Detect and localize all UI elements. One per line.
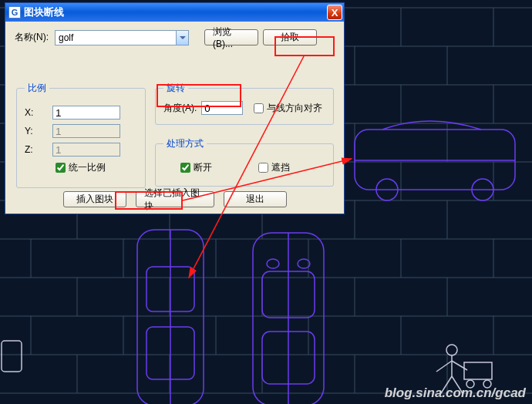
svg-rect-66 xyxy=(355,130,515,190)
svg-rect-89 xyxy=(2,341,22,372)
dialog-body: 名称(N): golf 浏览(B)... 拾取 比例 X: Y: xyxy=(5,22,344,214)
name-label: 名称(N): xyxy=(15,31,49,44)
occlude-label: 遮挡 xyxy=(271,161,290,174)
x-input[interactable] xyxy=(52,106,120,120)
browse-button[interactable]: 浏览(B)... xyxy=(204,29,258,45)
block-break-dialog: G 图块断线 X 名称(N): golf 浏览(B)... 拾取 比例 X: xyxy=(5,2,345,214)
dialog-title: 图块断线 xyxy=(24,5,327,19)
svg-point-80 xyxy=(446,345,457,355)
close-icon: X xyxy=(332,7,338,19)
angle-input[interactable] xyxy=(201,101,243,115)
watermark: blog.sina.com.cn/gcad xyxy=(385,385,526,401)
process-legend: 处理方式 xyxy=(163,137,207,150)
angle-label: 角度(A): xyxy=(163,102,197,115)
name-value: golf xyxy=(59,32,73,43)
select-insert-label: 选择已插入图块 xyxy=(144,187,206,213)
y-label: Y: xyxy=(25,126,45,136)
pick-label: 拾取 xyxy=(281,31,299,44)
rotation-group: 旋转 角度(A): 与线方向对齐 xyxy=(155,82,334,125)
insert-label: 插入图块 xyxy=(76,193,113,206)
pick-button[interactable]: 拾取 xyxy=(263,29,317,45)
x-label: X: xyxy=(25,107,45,118)
name-row: 名称(N): golf 浏览(B)... 拾取 xyxy=(15,29,335,45)
chevron-down-icon[interactable] xyxy=(176,31,188,45)
bottom-bar: 插入图块 选择已插入图块 退出 xyxy=(5,191,344,207)
occlude-checkbox[interactable] xyxy=(258,163,268,173)
break-checkbox[interactable] xyxy=(180,163,190,173)
uniform-checkbox[interactable] xyxy=(56,163,66,173)
browse-label: 浏览(B)... xyxy=(213,25,250,49)
z-label: Z: xyxy=(25,144,45,155)
exit-label: 退出 xyxy=(246,193,264,206)
process-group: 处理方式 断开 遮挡 xyxy=(155,137,334,187)
select-insert-button[interactable]: 选择已插入图块 xyxy=(136,191,214,207)
break-label: 断开 xyxy=(194,161,212,174)
exit-button[interactable]: 退出 xyxy=(224,191,287,207)
z-input xyxy=(52,143,120,157)
uniform-label: 统一比例 xyxy=(69,161,106,174)
y-input xyxy=(52,124,120,138)
align-checkbox[interactable] xyxy=(254,103,264,113)
titlebar[interactable]: G 图块断线 X xyxy=(5,3,344,22)
close-button[interactable]: X xyxy=(327,5,342,20)
align-label: 与线方向对齐 xyxy=(267,102,322,115)
svg-line-82 xyxy=(436,361,452,372)
insert-button[interactable]: 插入图块 xyxy=(63,191,126,207)
svg-rect-86 xyxy=(464,362,492,379)
rotation-legend: 旋转 xyxy=(163,82,188,95)
svg-point-74 xyxy=(267,259,279,268)
app-icon: G xyxy=(8,6,21,19)
name-dropdown[interactable]: golf xyxy=(55,30,189,45)
scale-legend: 比例 xyxy=(25,82,49,95)
scale-group: 比例 X: Y: Z: 统一比例 xyxy=(16,82,146,188)
